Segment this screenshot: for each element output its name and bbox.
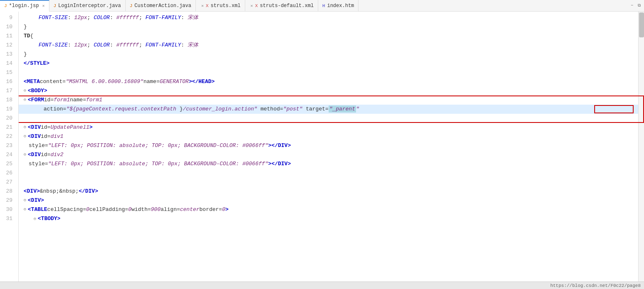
xml-icon-1: X <box>206 3 209 8</box>
tab-customer-action-label: CustomerAction.java <box>134 3 191 9</box>
linenum-27: 27 <box>0 178 15 187</box>
tab-login-interceptor[interactable]: J LoginInterceptor.java <box>49 0 126 12</box>
tab-customer-action[interactable]: J CustomerAction.java <box>126 0 196 12</box>
code-line-23: style="LEFT: 0px; POSITION: absolute; TO… <box>19 141 644 150</box>
window-controls: − ⧉ <box>629 3 644 9</box>
tab-index-htm-label: index.htm <box>327 3 354 9</box>
tab-struts-xml-label: struts.xml <box>211 3 241 9</box>
linenum-14: 14 <box>0 59 15 68</box>
linenum-25: 25 <box>0 159 15 169</box>
linenum-29: 29 <box>0 196 15 205</box>
linenum-13: 13 <box>0 50 15 59</box>
linenum-22: 22 <box>0 132 15 141</box>
fold-17[interactable]: ⊖ <box>24 86 26 96</box>
linenum-20: 20 <box>0 114 15 123</box>
linenum-28: 28 <box>0 187 15 196</box>
scrollbar-thumb[interactable] <box>639 12 644 37</box>
code-line-22: ⊖<DIV id=div1 <box>19 132 644 141</box>
linenum-17: 17 <box>0 86 15 96</box>
highlight-region: ⊖<FORM id=form1 name=form1 action="${pag… <box>19 96 644 123</box>
linenum-31: 31 <box>0 214 15 223</box>
tab-bar: J *login.jsp ✕ J LoginInterceptor.java J… <box>0 0 644 12</box>
linenum-19: 19 <box>0 105 15 114</box>
code-line-25: style="LEFT: 0px; POSITION: absolute; TO… <box>19 159 644 169</box>
code-line-31: ⊖<TBODY> <box>19 214 644 223</box>
code-line-28: <DIV>&nbsp;&nbsp; </DIV> <box>19 187 644 196</box>
code-line-15 <box>19 68 644 77</box>
htm-icon: H <box>322 3 325 8</box>
tab-login-jsp-label: *login.jsp <box>9 3 39 9</box>
tab-struts-xml-close[interactable]: ✕ <box>201 3 204 8</box>
code-line-14: </STYLE> <box>19 59 644 68</box>
code-line-18: ⊖<FORM id=form1 name=form1 <box>19 96 644 105</box>
code-line-16: <META content="MSHTML 6.00.6000.16809" n… <box>19 77 644 86</box>
code-line-21: ⊖<DIV id=UpdatePanel1> <box>19 123 644 132</box>
linenum-18: 18 <box>0 96 15 105</box>
java-icon-2: J <box>130 3 133 8</box>
code-line-29: ⊖<DIV> <box>19 196 644 205</box>
tab-index-htm[interactable]: H index.htm <box>318 0 359 12</box>
tab-struts-default-xml-label: struts-default.xml <box>260 3 314 9</box>
code-line-26 <box>19 169 644 178</box>
status-url: https://blog.csdn.net/F0c22/page8 <box>550 283 641 288</box>
editor-container: J *login.jsp ✕ J LoginInterceptor.java J… <box>0 0 644 289</box>
jsp-icon: J <box>4 3 7 8</box>
code-lines[interactable]: FONT-SIZE: 12px; COLOR: #ffffff; FONT-FA… <box>19 12 644 282</box>
tab-login-interceptor-label: LoginInterceptor.java <box>58 3 121 9</box>
fold-22[interactable]: ⊖ <box>24 132 26 141</box>
fold-29[interactable]: ⊖ <box>24 196 26 205</box>
fold-18[interactable]: ⊖ <box>24 96 26 105</box>
code-line-20 <box>19 114 644 123</box>
minimize-button[interactable]: − <box>629 3 635 9</box>
linenum-30: 30 <box>0 205 15 214</box>
linenum-10: 10 <box>0 22 15 32</box>
fold-30[interactable]: ⊖ <box>24 205 26 214</box>
fold-31[interactable]: ⊖ <box>34 217 36 221</box>
linenum-26: 26 <box>0 169 15 178</box>
linenum-11: 11 <box>0 32 15 41</box>
status-bar: https://blog.csdn.net/F0c22/page8 <box>0 282 644 289</box>
tab-struts-xml[interactable]: ✕ X struts.xml <box>196 0 245 12</box>
tab-login-jsp[interactable]: J *login.jsp ✕ <box>0 0 49 12</box>
code-line-17: ⊖<BODY> <box>19 86 644 96</box>
linenum-24: 24 <box>0 150 15 159</box>
tab-struts-default-xml-close[interactable]: ✕ <box>251 3 253 8</box>
code-line-19: action="${pageContext.request.contextPat… <box>19 105 644 114</box>
fold-21[interactable]: ⊖ <box>24 123 26 132</box>
code-line-27 <box>19 178 644 187</box>
code-line-12: FONT-SIZE: 12px; COLOR: #ffffff; FONT-FA… <box>19 41 644 50</box>
linenum-23: 23 <box>0 141 15 150</box>
code-editor[interactable]: 9 10 11 12 13 14 15 16 17 18 19 20 21 22… <box>0 12 644 282</box>
scrollbar[interactable] <box>638 12 644 282</box>
tab-login-jsp-close[interactable]: ✕ <box>42 3 45 8</box>
restore-button[interactable]: ⧉ <box>636 3 642 9</box>
code-line-24: ⊖<DIV id=div2 <box>19 150 644 159</box>
line-numbers: 9 10 11 12 13 14 15 16 17 18 19 20 21 22… <box>0 12 19 282</box>
java-icon-1: J <box>54 3 56 8</box>
fold-24[interactable]: ⊖ <box>24 150 26 159</box>
code-line-11: TD { <box>19 32 644 41</box>
code-line-10: } <box>19 22 644 32</box>
linenum-15: 15 <box>0 68 15 77</box>
code-line-9: FONT-SIZE: 12px; COLOR: #ffffff; FONT-FA… <box>19 13 644 22</box>
linenum-9: 9 <box>0 13 15 22</box>
tab-struts-default-xml[interactable]: ✕ X struts-default.xml <box>245 0 318 12</box>
code-line-30: ⊖<TABLE cellSpacing=0 cellPadding=0 widt… <box>19 205 644 214</box>
linenum-16: 16 <box>0 77 15 86</box>
xml-icon-2: X <box>255 3 258 8</box>
code-line-13: } <box>19 50 644 59</box>
linenum-12: 12 <box>0 41 15 50</box>
linenum-21: 21 <box>0 123 15 132</box>
